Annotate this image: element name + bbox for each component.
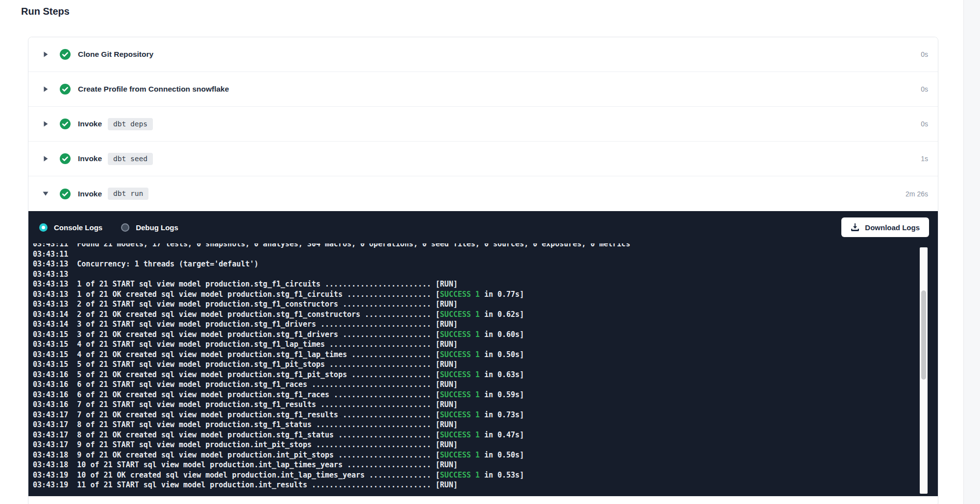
- download-icon: [851, 223, 859, 231]
- radio-unselected-icon: [121, 223, 129, 232]
- command-badge: dbt run: [108, 188, 148, 200]
- radio-selected-icon: [39, 223, 48, 232]
- log-line: 03:43:17 8 of 21 START sql view model pr…: [33, 420, 918, 430]
- page-title: Run Steps: [21, 6, 70, 17]
- log-line: 03:43:14 3 of 21 START sql view model pr…: [33, 319, 918, 330]
- log-line: 03:43:19 10 of 21 OK created sql view mo…: [33, 470, 918, 480]
- step-title: Invoke: [78, 190, 102, 198]
- console-logs-radio[interactable]: Console Logs: [39, 223, 102, 232]
- log-line: 03:43:14 2 of 21 OK created sql view mod…: [33, 310, 918, 320]
- log-line: 03:43:16 5 of 21 OK created sql view mod…: [33, 370, 918, 380]
- command-badge: dbt seed: [108, 153, 153, 165]
- check-circle-icon: [60, 49, 71, 60]
- command-badge: dbt deps: [108, 118, 153, 130]
- console-log-panel: Console Logs Debug Logs Download Logs 03…: [28, 211, 938, 496]
- console-scrollbar-track[interactable]: [920, 247, 928, 494]
- step-row-invoke-dbt-deps[interactable]: Invoke dbt deps 0s: [28, 107, 938, 142]
- log-line: 03:43:13: [33, 269, 918, 280]
- log-line: 03:43:18 10 of 21 START sql view model p…: [33, 460, 918, 470]
- check-circle-icon: [60, 119, 71, 129]
- caret-right-icon: [42, 155, 49, 162]
- step-row-clone-git-repository[interactable]: Clone Git Repository 0s: [28, 37, 938, 72]
- step-title: Create Profile from Connection snowflake: [78, 85, 229, 94]
- log-line: 03:43:17 9 of 21 START sql view model pr…: [33, 440, 918, 450]
- log-line: 03:43:11 Found 21 models, 17 tests, 0 sn…: [33, 243, 918, 249]
- step-title: Invoke: [78, 154, 102, 163]
- step-row-create-profile[interactable]: Create Profile from Connection snowflake…: [28, 72, 938, 107]
- log-line: 03:43:11: [33, 249, 918, 260]
- log-line: 03:43:19 11 of 21 START sql view model p…: [33, 480, 918, 490]
- check-circle-icon: [60, 153, 71, 164]
- step-duration: 0s: [921, 120, 928, 128]
- page-right-gutter: [963, 0, 980, 504]
- step-duration: 1s: [921, 155, 928, 163]
- log-line: 03:43:17 8 of 21 OK created sql view mod…: [33, 430, 918, 440]
- download-logs-button[interactable]: Download Logs: [841, 217, 929, 237]
- caret-right-icon: [42, 86, 49, 93]
- console-log-stream: 03:43:11 Found 21 models, 17 tests, 0 sn…: [33, 243, 918, 490]
- step-duration: 0s: [921, 50, 928, 58]
- caret-down-icon: [42, 191, 49, 196]
- caret-right-icon: [42, 51, 49, 58]
- log-line: 03:43:15 5 of 21 START sql view model pr…: [33, 360, 918, 370]
- console-log-output[interactable]: 03:43:11 Found 21 models, 17 tests, 0 sn…: [28, 243, 918, 496]
- log-line: 03:43:16 6 of 21 OK created sql view mod…: [33, 390, 918, 400]
- log-line: 03:43:16 7 of 21 START sql view model pr…: [33, 400, 918, 410]
- check-circle-icon: [60, 189, 71, 199]
- log-line: 03:43:13 2 of 21 START sql view model pr…: [33, 299, 918, 310]
- log-line: 03:43:13 Concurrency: 1 threads (target=…: [33, 259, 918, 269]
- debug-logs-radio[interactable]: Debug Logs: [121, 223, 178, 232]
- step-row-invoke-dbt-run[interactable]: Invoke dbt run 2m 26s: [28, 176, 938, 211]
- log-line: 03:43:15 4 of 21 OK created sql view mod…: [33, 350, 918, 360]
- log-line: 03:43:18 9 of 21 OK created sql view mod…: [33, 450, 918, 460]
- log-line: 03:43:15 3 of 21 OK created sql view mod…: [33, 330, 918, 340]
- radio-label: Debug Logs: [136, 223, 178, 232]
- log-line: 03:43:13 1 of 21 OK created sql view mod…: [33, 289, 918, 300]
- step-title: Invoke: [78, 120, 102, 128]
- log-line: 03:43:16 6 of 21 START sql view model pr…: [33, 380, 918, 390]
- run-steps-card: Clone Git Repository 0s Create Profile f…: [28, 37, 938, 504]
- log-line: 03:43:17 7 of 21 OK created sql view mod…: [33, 410, 918, 420]
- console-scrollbar-thumb[interactable]: [921, 290, 926, 380]
- log-line: 03:43:13 1 of 21 START sql view model pr…: [33, 279, 918, 289]
- caret-right-icon: [42, 120, 49, 127]
- download-logs-label: Download Logs: [865, 223, 920, 232]
- step-title: Clone Git Repository: [78, 50, 153, 59]
- step-row-invoke-dbt-seed[interactable]: Invoke dbt seed 1s: [28, 142, 938, 176]
- log-line: 03:43:15 4 of 21 START sql view model pr…: [33, 339, 918, 350]
- check-circle-icon: [60, 84, 71, 95]
- console-log-header: Console Logs Debug Logs Download Logs: [28, 211, 938, 243]
- radio-label: Console Logs: [54, 223, 102, 232]
- step-duration: 2m 26s: [906, 190, 928, 198]
- step-duration: 0s: [921, 85, 928, 93]
